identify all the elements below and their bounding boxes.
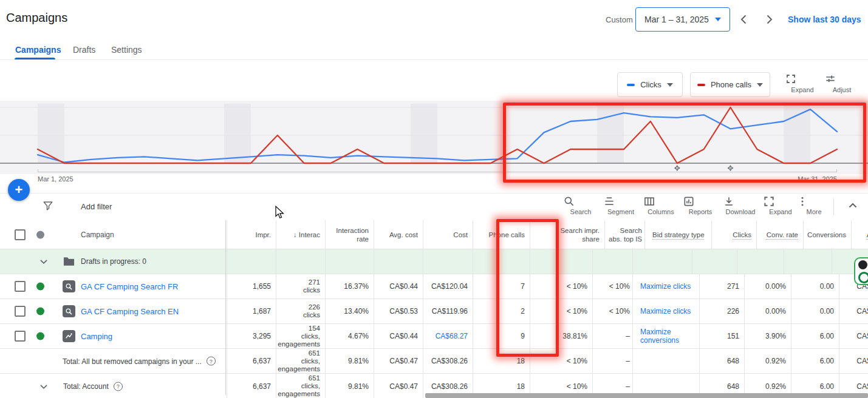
status-enabled-dot[interactable] <box>36 332 44 340</box>
cell-clicks: 151 <box>699 324 744 348</box>
cell-interaction-rate: 16.37% <box>325 274 374 298</box>
status-enabled-dot[interactable] <box>36 308 44 315</box>
col-header-search-impr-share[interactable]: Search impr. share <box>530 220 604 249</box>
select-all-checkbox[interactable] <box>15 229 26 240</box>
campaigns-table: Campaign Impr. ↓ Interac Interaction rat… <box>0 220 868 398</box>
drafts-row-label: Drafts in progress: 0 <box>81 257 146 266</box>
table-row-campaign-camping: Camping 3,295 154clicks,engagements 4.67… <box>0 324 868 349</box>
col-header-avg-cost[interactable]: Avg. cost <box>374 220 423 249</box>
table-download-button[interactable]: Download <box>723 195 758 215</box>
col-header-phone-calls[interactable]: Phone calls <box>473 220 530 249</box>
cell-conv-rate: 0.00% <box>744 274 791 298</box>
campaign-name-link[interactable]: Camping <box>81 332 112 341</box>
col-header-bid-strategy-type[interactable]: Bid strategy type <box>644 220 711 249</box>
cell-phone-calls: 2 <box>473 299 530 323</box>
cell-cost-link: CA$68.27 <box>423 324 473 348</box>
cell-search-impr-share: 38.81% <box>530 324 592 348</box>
help-icon[interactable]: ? <box>207 357 216 366</box>
col-header-conversions[interactable]: Conversions <box>803 220 851 249</box>
campaign-name-link[interactable]: GA CF Camping Search FR <box>81 282 178 291</box>
row-checkbox[interactable] <box>15 306 26 317</box>
cell-search-impr-share: < 10% <box>530 299 592 323</box>
status-enabled-dot[interactable] <box>36 283 44 291</box>
drafts-in-progress-row: Drafts in progress: 0 <box>0 249 868 274</box>
toolbar-divider <box>833 198 834 215</box>
col-header-conv-rate[interactable]: Conv. rate <box>756 220 803 249</box>
cell-conv-rate: 0.00% <box>744 299 791 323</box>
cell-avg-cost: CA$0.44 <box>374 274 423 298</box>
cell-interaction-rate: 13.40% <box>325 299 374 323</box>
create-campaign-button[interactable]: + <box>8 179 30 201</box>
filter-icon[interactable] <box>43 200 53 211</box>
table-search-button[interactable]: Search <box>563 195 598 215</box>
cell-search-abs-top-is: – <box>592 324 632 348</box>
horizontal-scrollbar-thumb[interactable] <box>425 393 868 398</box>
col-header-interaction-rate[interactable]: Interaction rate <box>325 220 374 249</box>
badge-dark-circle <box>858 260 867 269</box>
add-filter-button[interactable]: Add filter <box>81 202 112 211</box>
cell-interactions: 651clicks,engagements <box>276 374 325 398</box>
cell-interactions: 226clicks <box>276 299 325 323</box>
col-header-cost[interactable]: Cost <box>423 220 473 249</box>
folder-icon <box>63 257 75 266</box>
cell-conversions: 0.00 <box>791 299 839 323</box>
chevron-down-icon[interactable] <box>38 255 50 268</box>
table-segment-button[interactable]: Segment <box>603 195 638 215</box>
collapse-table-chevron[interactable] <box>848 201 858 211</box>
more-label: More <box>796 208 832 215</box>
col-header-impr[interactable]: Impr. <box>227 220 276 249</box>
col-header-campaign[interactable]: Campaign <box>81 231 114 239</box>
table-row-campaign-fr: GA CF Camping Search FR 1,655 271clicks … <box>0 274 868 299</box>
help-icon[interactable]: ? <box>114 382 123 391</box>
row-checkbox[interactable] <box>15 331 26 342</box>
cell-search-abs-top-is: < 10% <box>592 299 632 323</box>
cell-clicks: 271 <box>699 274 744 298</box>
total-label: Total: All but removed campaigns in your… <box>63 357 202 365</box>
cell-avg-cost: CA$0.53 <box>374 299 423 323</box>
cell-interaction-rate: 9.81% <box>325 374 374 398</box>
cell-interaction-rate: 4.67% <box>325 324 374 348</box>
timeseries-chart <box>0 0 868 194</box>
search-campaign-icon <box>63 305 75 317</box>
cell-interactions: 651clicks,engagements <box>276 349 325 373</box>
col-header-avg-cpc[interactable]: Avg. CPC <box>851 220 868 249</box>
google-ads-campaigns-page: Campaigns Custom Mar 1 – 31, 2025 Show l… <box>0 0 868 398</box>
table-columns-button[interactable]: Columns <box>643 195 678 215</box>
cell-phone-calls: 7 <box>473 274 530 298</box>
optimization-badge-cutoff[interactable] <box>854 257 868 285</box>
cell-search-impr-share: < 10% <box>530 274 592 298</box>
cell-conversions: 0.00 <box>791 274 839 298</box>
campaign-name-link[interactable]: GA CF Camping Search EN <box>81 307 179 316</box>
cell-phone-calls: 18 <box>473 349 530 373</box>
chevron-down-icon[interactable] <box>38 380 50 393</box>
table-row-total-all-but-removed: Total: All but removed campaigns in your… <box>0 349 868 374</box>
cell-interactions: 154clicks,engagements <box>276 324 325 348</box>
col-header-interactions[interactable]: ↓ Interac <box>276 220 325 249</box>
cell-interaction-rate: 9.81% <box>325 349 374 373</box>
cell-bid-strategy <box>632 349 699 373</box>
table-header-row: Campaign Impr. ↓ Interac Interaction rat… <box>0 220 868 249</box>
status-filter-dot <box>36 231 44 238</box>
cell-search-abs-top-is: – <box>592 349 632 373</box>
sort-descending-icon: ↓ <box>293 231 297 238</box>
search-label: Search <box>563 208 598 215</box>
cell-avg-cpc: CA$0.48 <box>839 349 868 373</box>
col-header-search-abs-top-is[interactable]: Search abs. top IS <box>604 220 644 249</box>
segment-label: Segment <box>603 208 638 215</box>
cell-interactions: 271clicks <box>276 274 325 298</box>
frozen-column-divider <box>225 220 226 395</box>
col-header-clicks[interactable]: Clicks <box>711 220 756 249</box>
cell-phone-calls: 9 <box>473 324 530 348</box>
cell-clicks: 226 <box>699 299 744 323</box>
campaign-header-cell: Campaign <box>0 220 227 249</box>
table-more-button[interactable]: More <box>796 195 832 215</box>
row-checkbox[interactable] <box>15 281 26 292</box>
cell-cost: CA$120.04 <box>423 274 473 298</box>
performance-max-campaign-icon <box>63 330 75 342</box>
table-reports-button[interactable]: Reports <box>683 195 718 215</box>
table-expand-button[interactable]: Expand <box>763 195 798 215</box>
cell-avg-cpc: CA$0.53 <box>839 299 868 323</box>
cell-search-impr-share: < 10% <box>530 349 592 373</box>
cell-conversions: 6.00 <box>791 349 839 373</box>
cell-avg-cost: CA$0.44 <box>374 324 423 348</box>
